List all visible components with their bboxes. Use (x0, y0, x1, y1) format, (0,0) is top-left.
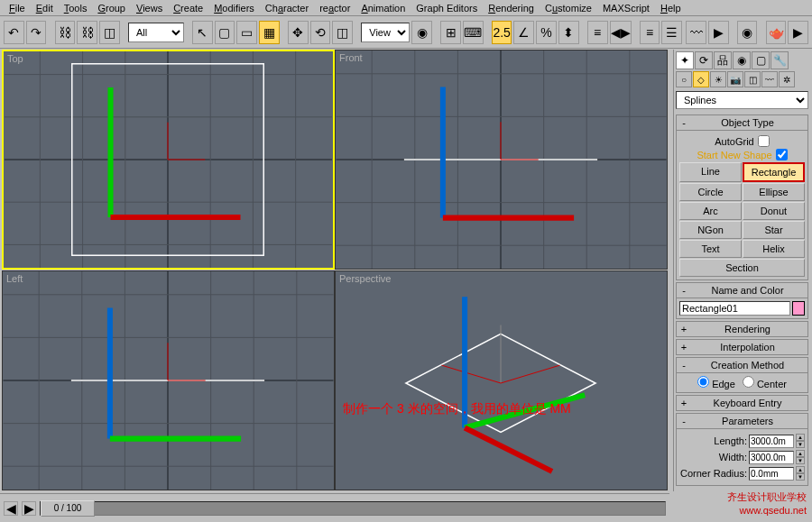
select-button[interactable]: ↖ (192, 21, 213, 44)
window-crossing-button[interactable]: ▦ (259, 21, 280, 44)
line-button[interactable]: Line (679, 162, 742, 182)
undo-button[interactable]: ↶ (4, 21, 24, 44)
text-button[interactable]: Text (679, 240, 742, 258)
snap-toggle-button[interactable]: 2.5 (492, 21, 512, 44)
star-button[interactable]: Star (743, 221, 805, 239)
unlink-button[interactable]: ⛓ (77, 21, 97, 44)
selection-filter-select[interactable]: All (128, 23, 184, 42)
parameters-rollout[interactable]: -Parameters (676, 413, 808, 429)
spacewarps-icon[interactable]: 〰 (761, 71, 778, 87)
menu-group[interactable]: Group (92, 3, 131, 14)
redo-button[interactable]: ↷ (26, 21, 47, 44)
menu-graph-editors[interactable]: Graph Editors (411, 3, 483, 14)
time-slider-handle[interactable]: 0 / 100 (41, 500, 95, 517)
hierarchy-tab-icon[interactable]: 品 (714, 51, 732, 69)
menu-customize[interactable]: Customize (540, 3, 597, 14)
donut-button[interactable]: Donut (743, 202, 805, 220)
viewport-left[interactable]: Left (2, 270, 335, 490)
lights-icon[interactable]: ☀ (710, 71, 726, 87)
align-button[interactable]: ≡ (640, 21, 660, 44)
width-input[interactable] (749, 451, 794, 464)
center-pivot-button[interactable]: ◉ (411, 21, 432, 44)
modify-tab-icon[interactable]: ⟳ (695, 51, 713, 69)
length-spinner[interactable]: ▲▼ (796, 434, 805, 448)
select-manipulate-button[interactable]: ⊞ (440, 21, 461, 44)
percent-snap-button[interactable]: % (536, 21, 557, 44)
interpolation-rollout[interactable]: +Interpolation (676, 339, 808, 355)
move-button[interactable]: ✥ (288, 21, 309, 44)
menu-help[interactable]: Help (655, 3, 687, 14)
material-editor-button[interactable]: ◉ (737, 21, 758, 44)
corner-radius-input[interactable] (749, 467, 794, 481)
ngon-button[interactable]: NGon (679, 221, 742, 239)
section-button[interactable]: Section (679, 259, 805, 277)
layers-button[interactable]: ☰ (661, 21, 682, 44)
time-slider[interactable]: 0 / 100 (40, 501, 666, 516)
start-new-shape-checkbox[interactable] (776, 149, 788, 160)
menu-animation[interactable]: Animation (355, 3, 411, 14)
rotate-button[interactable]: ⟲ (310, 21, 331, 44)
length-input[interactable] (749, 435, 794, 448)
reference-coord-select[interactable]: View (361, 23, 410, 42)
menu-file[interactable]: File (4, 3, 31, 14)
axis-gizmo-icon (10, 264, 341, 482)
motion-tab-icon[interactable]: ◉ (733, 51, 751, 69)
object-name-input[interactable] (679, 301, 790, 316)
cameras-icon[interactable]: 📷 (727, 71, 743, 87)
edge-radio[interactable]: Edge (697, 376, 735, 389)
viewport-top[interactable]: Top (2, 50, 335, 270)
autogrid-checkbox[interactable] (758, 135, 770, 147)
mirror-button[interactable]: ◀▶ (610, 21, 632, 44)
angle-snap-button[interactable]: ∠ (513, 21, 534, 44)
select-region-button[interactable]: ▭ (236, 21, 257, 44)
keyboard-shortcut-button[interactable]: ⌨ (463, 21, 484, 44)
width-spinner[interactable]: ▲▼ (796, 450, 805, 464)
quick-render-button[interactable]: ▶ (788, 21, 808, 44)
scale-button[interactable]: ◫ (332, 21, 353, 44)
viewport-perspective[interactable]: Perspective (335, 270, 668, 490)
named-sets-button[interactable]: ≡ (587, 21, 608, 44)
menu-tools[interactable]: Tools (59, 3, 93, 14)
render-scene-button[interactable]: 🫖 (766, 21, 787, 44)
category-dropdown[interactable]: Splines (676, 91, 808, 109)
arc-button[interactable]: Arc (679, 202, 742, 220)
menu-create[interactable]: Create (168, 3, 208, 14)
timeline-prev-button[interactable]: ◀ (4, 501, 18, 516)
helix-button[interactable]: Helix (743, 240, 805, 258)
viewport-front[interactable]: Front (335, 50, 668, 270)
creation-method-rollout[interactable]: -Creation Method (676, 357, 808, 373)
systems-icon[interactable]: ✲ (779, 71, 795, 87)
menu-rendering[interactable]: Rendering (483, 3, 540, 14)
spinner-snap-button[interactable]: ⬍ (558, 21, 579, 44)
timeline-next-button[interactable]: ▶ (22, 501, 36, 516)
create-tab-icon[interactable]: ✦ (676, 51, 694, 69)
bind-button[interactable]: ◫ (99, 21, 120, 44)
link-button[interactable]: ⛓ (55, 21, 76, 44)
menu-reactor[interactable]: reactor (314, 3, 355, 14)
menu-modifiers[interactable]: Modifiers (208, 3, 260, 14)
menu-character[interactable]: Character (260, 3, 314, 14)
shapes-icon[interactable]: ◇ (693, 71, 709, 87)
menu-views[interactable]: Views (131, 3, 168, 14)
helpers-icon[interactable]: ◫ (744, 71, 761, 87)
schematic-button[interactable]: ▶ (708, 21, 729, 44)
curve-editor-button[interactable]: 〰 (686, 21, 706, 44)
center-radio[interactable]: Center (743, 376, 787, 389)
name-color-rollout[interactable]: -Name and Color (676, 282, 808, 298)
rendering-rollout[interactable]: +Rendering (676, 321, 808, 337)
corner-radius-spinner[interactable]: ▲▼ (796, 466, 805, 481)
display-tab-icon[interactable]: ▢ (752, 51, 770, 69)
rectangle-button[interactable]: Rectangle (743, 162, 805, 182)
axis-gizmo-icon (343, 264, 674, 482)
menu-edit[interactable]: Edit (31, 3, 59, 14)
menu-maxscript[interactable]: MAXScript (597, 3, 655, 14)
ellipse-button[interactable]: Ellipse (743, 183, 805, 201)
select-name-button[interactable]: ▢ (215, 21, 235, 44)
autogrid-label: AutoGrid (715, 136, 753, 147)
keyboard-entry-rollout[interactable]: +Keyboard Entry (676, 395, 808, 411)
geometry-icon[interactable]: ○ (676, 71, 692, 87)
circle-button[interactable]: Circle (679, 183, 742, 201)
color-swatch[interactable] (792, 301, 805, 316)
utilities-tab-icon[interactable]: 🔧 (770, 51, 789, 69)
object-type-rollout[interactable]: -Object Type (676, 114, 808, 131)
